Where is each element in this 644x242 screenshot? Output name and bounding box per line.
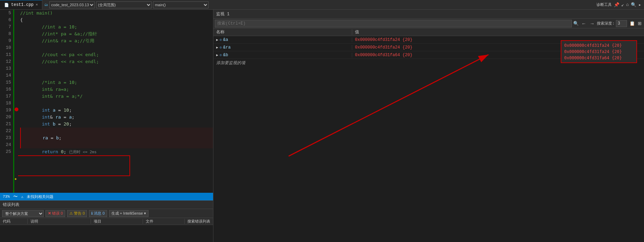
function-select[interactable]: main() — [153, 1, 209, 8]
line-num-14: 14 — [0, 72, 13, 79]
code-line-20: int& ra = a; — [20, 114, 213, 121]
line-num-23: 23 — [0, 135, 13, 141]
watch-row-name-b: ▶ ⊙ &b — [213, 53, 352, 58]
debug-arrow-25: ◈ — [15, 177, 17, 181]
toolbar-arrow-icon[interactable]: ↙ — [621, 2, 624, 8]
code-line-14 — [20, 72, 213, 79]
value-highlight-box: 0x000000c4fd31fa24 {20} 0x000000c4fd31fa… — [561, 40, 637, 63]
highlighted-value-b: 0x000000c4fd31fa64 {20} — [563, 55, 635, 61]
toolbar-search-icon[interactable]: 🔍 — [631, 2, 636, 8]
messages-button[interactable]: ℹ 消息 0 — [89, 210, 107, 217]
code-line-19: int a = 10; — [20, 107, 213, 114]
build-intellisense-button[interactable]: 生成 + IntelliSense ▾ — [109, 210, 149, 217]
search-magnifier-icon: 🔍 — [573, 21, 579, 26]
nav-back-button[interactable]: ← — [580, 21, 587, 26]
highlight-box — [18, 155, 130, 176]
tab-label: test1.cpp — [11, 2, 34, 7]
highlighted-value-ra: 0x000000c4fd31fa24 {20} — [563, 49, 635, 55]
project-icon: 🗂 — [44, 3, 48, 7]
line-num-19: 19 — [0, 107, 13, 114]
build-label: 生成 + IntelliSense — [111, 211, 143, 216]
code-line-7: //int a = 10; — [20, 24, 213, 31]
code-line-12: //cout << ra << endl; — [20, 58, 213, 65]
watch-title: 监视 1 — [216, 11, 229, 17]
watch-search-input[interactable] — [215, 20, 572, 27]
line-num-5: 5 — [0, 10, 13, 17]
error-panel-header: 错误列表 — [0, 201, 213, 209]
scope-select[interactable]: (全局范围) — [96, 1, 152, 8]
watch-grid-icon[interactable]: ⊞ — [637, 20, 643, 26]
code-line-23: ra = b; — [20, 135, 213, 141]
watch-icons-group: 📋 ⊞ — [628, 20, 643, 26]
watch-copy-icon[interactable]: 📋 — [628, 20, 636, 26]
diagnostics-label: 诊断工具 — [596, 2, 612, 7]
col-file-header: 文件 — [143, 219, 185, 224]
warning-triangle-icon: ⚠ — [69, 211, 73, 216]
line-num-17: 17 — [0, 93, 13, 100]
watch-name-b: &b — [223, 53, 228, 58]
line-num-6: 6 — [0, 17, 13, 24]
line-num-16: 16 — [0, 86, 13, 93]
code-line-17: int& rra = a;*/ — [20, 93, 213, 100]
tab-close-icon[interactable]: × — [36, 3, 38, 7]
code-line-21: int b = 20; — [20, 121, 213, 128]
error-panel-toolbar: 整个解决方案 ✕ 错误 0 ⚠ 警告 0 ℹ 消息 0 — [0, 209, 213, 218]
tab-bar: 📄 test1.cpp × 🗂 code_test_2023.03.13 (全局… — [0, 0, 644, 10]
code-line-9: //int& ra = a;//引用 — [20, 37, 213, 44]
line-num-8: 8 — [0, 31, 13, 37]
code-line-6: { — [20, 17, 213, 24]
solution-select[interactable]: 整个解决方案 — [2, 210, 44, 217]
toolbar-home-icon[interactable]: ⌂ — [626, 2, 629, 7]
col-code-header: 代码 — [0, 219, 28, 224]
line-num-7: 7 — [0, 24, 13, 31]
tab-file-icon: 📄 — [4, 3, 9, 7]
error-panel: 错误列表 整个解决方案 ✕ 错误 0 ⚠ 警告 0 — [0, 200, 213, 242]
line-num-25: 25 — [0, 148, 13, 155]
depth-label: 搜索深度: — [597, 21, 615, 26]
warnings-label: 警告 0 — [74, 211, 85, 216]
watch-rows: ▶ ⊙ &a 0x000000c4fd31fa24 {20} ▶ ⊙ &ra 0… — [213, 36, 644, 242]
code-content[interactable]: //int main() { //int a = 10; //int* pa =… — [18, 10, 213, 193]
highlighted-value-a: 0x000000c4fd31fa24 {20} — [563, 42, 635, 49]
watch-panel: 监视 1 🔍 ← → 搜索深度: 📋 ⊞ 名称 值 — [213, 10, 644, 242]
code-line-8: //int* pa = &a;//指针 — [20, 31, 213, 37]
line-numbers: 5 6 7 8 9 10 11 12 13 14 15 16 17 18 19 … — [0, 10, 13, 193]
tab-test1-cpp[interactable]: 📄 test1.cpp × — [0, 0, 42, 9]
code-line-10 — [20, 44, 213, 51]
toolbar-pin-icon[interactable]: 📌 — [614, 2, 619, 8]
chevron-down-icon[interactable]: ▾ — [144, 211, 146, 216]
project-select[interactable]: code_test_2023.03.13 — [49, 1, 95, 8]
error-table-header: 代码 说明 项目 文件 搜索错误列表 — [0, 218, 213, 225]
error-table-body — [0, 225, 213, 242]
code-line-15: /*int a = 10; — [20, 79, 213, 86]
code-line-22 — [20, 128, 213, 135]
line-num-9: 9 — [0, 37, 13, 44]
line-num-24: 24 — [0, 141, 13, 148]
error-x-icon: ✕ — [48, 211, 51, 216]
expand-icon-ra[interactable]: ▶ — [216, 45, 218, 50]
zoom-level[interactable]: 73% — [3, 195, 10, 199]
gutter: ◈ — [13, 10, 18, 193]
add-watch-label: 添加要监视的项 — [216, 60, 245, 66]
depth-input[interactable] — [616, 20, 627, 27]
info-icon: ℹ — [91, 211, 93, 216]
warnings-button[interactable]: ⚠ 警告 0 — [67, 210, 87, 217]
status-bar: 73% 〜 ⚠ 未找到相关问题 — [0, 193, 213, 200]
expand-icon-b[interactable]: ▶ — [216, 53, 218, 57]
errors-label: 错误 0 — [52, 211, 63, 216]
watch-toolbar: 🔍 ← → 搜索深度: 📋 ⊞ — [213, 19, 644, 28]
nav-forward-button[interactable]: → — [588, 21, 595, 26]
messages-label: 消息 0 — [94, 211, 104, 216]
toolbar-more-icon[interactable]: ▸ — [638, 2, 641, 8]
line-num-22: 22 — [0, 128, 13, 135]
col-project-header: 项目 — [91, 219, 143, 224]
line-num-18: 18 — [0, 100, 13, 107]
expand-icon-a[interactable]: ▶ — [216, 38, 218, 42]
line-num-20: 20 — [0, 114, 13, 121]
code-line-5: //int main() — [20, 10, 213, 17]
errors-button[interactable]: ✕ 错误 0 — [45, 210, 65, 217]
warning-icon: ⚠ — [21, 195, 24, 199]
code-line-24 — [20, 141, 213, 148]
var-icon-b: ⊙ — [220, 53, 222, 57]
line-num-21: 21 — [0, 121, 13, 128]
